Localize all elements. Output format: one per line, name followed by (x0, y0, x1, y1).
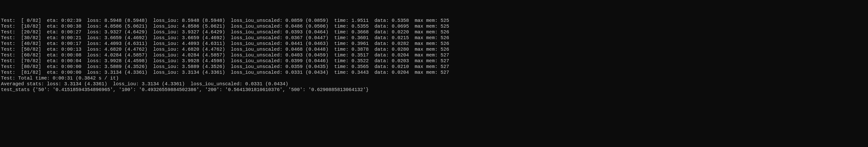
log-line: Test: [70/82] eta: 0:00:04 loss: 3.9928 … (1, 58, 867, 64)
log-line: Test: [60/82] eta: 0:00:08 loss: 4.0284 … (1, 52, 867, 58)
log-line: Test: [81/82] eta: 0:00:00 loss: 3.3134 … (1, 70, 867, 75)
log-line: Test: Total time: 0:00:31 (0.3842 s / it… (1, 75, 867, 81)
log-line: Averaged stats: loss: 3.3134 (4.3361) lo… (1, 81, 867, 87)
log-line: Test: [10/82] eta: 0:00:38 loss: 4.8586 … (1, 24, 867, 29)
log-line: test_stats {'50': '0.41518594354896965',… (1, 87, 867, 93)
log-line: Test: [50/82] eta: 0:00:13 loss: 4.6820 … (1, 47, 867, 52)
log-line: Test: [30/82] eta: 0:00:21 loss: 3.6659 … (1, 35, 867, 41)
log-line: Test: [ 0/82] eta: 0:02:39 loss: 8.5948 … (1, 18, 867, 24)
log-line: Test: [80/82] eta: 0:00:00 loss: 3.5889 … (1, 64, 867, 70)
terminal-output: Test: [ 0/82] eta: 0:02:39 loss: 8.5948 … (1, 18, 867, 93)
log-line: Test: [20/82] eta: 0:00:27 loss: 3.9327 … (1, 29, 867, 35)
log-line: Test: [40/82] eta: 0:00:17 loss: 4.4093 … (1, 41, 867, 47)
